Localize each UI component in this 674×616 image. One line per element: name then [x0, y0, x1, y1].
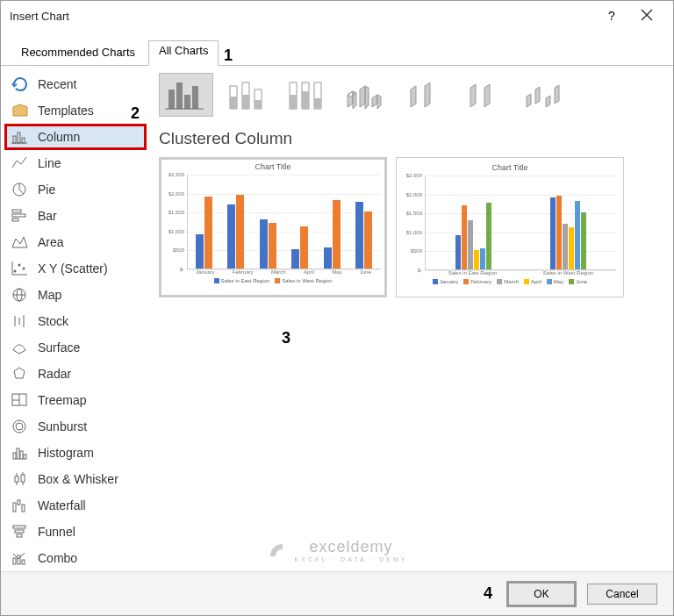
annotation-step-2: 2: [131, 104, 140, 123]
preview-title: Chart Title: [400, 163, 620, 172]
scatter-icon: [11, 261, 29, 276]
map-icon: [11, 287, 29, 303]
subtype-3d-100-stacked[interactable]: [457, 73, 512, 117]
sidebar-item-radar[interactable]: Radar: [4, 361, 147, 387]
svg-rect-38: [18, 500, 20, 505]
svg-rect-28: [17, 448, 19, 459]
sidebar-item-label: Surface: [38, 340, 80, 355]
subtype-3d-clustered[interactable]: [338, 73, 392, 117]
sidebar-item-label: Map: [38, 288, 61, 302]
svg-rect-3: [18, 133, 20, 143]
svg-point-10: [14, 270, 17, 273]
histogram-icon: [11, 445, 29, 461]
stock-icon: [11, 313, 29, 329]
svg-rect-34: [21, 475, 25, 482]
sidebar-item-label: Bar: [38, 209, 57, 223]
sidebar-item-recent[interactable]: Recent: [4, 71, 147, 97]
svg-rect-31: [15, 476, 18, 482]
column-icon: [11, 129, 29, 145]
svg-rect-37: [13, 503, 16, 512]
annotation-step-4: 4: [484, 584, 492, 603]
sidebar-item-column[interactable]: Column: [4, 124, 147, 150]
sidebar-item-label: Waterfall: [38, 498, 86, 512]
subtype-100-stacked-column[interactable]: [278, 73, 333, 117]
surface-icon: [11, 340, 29, 355]
svg-rect-29: [20, 451, 23, 459]
sidebar-item-pie[interactable]: Pie: [4, 176, 147, 203]
sidebar-item-templates[interactable]: Templates: [4, 97, 147, 124]
chart-previews: Chart Title $-$500$1,000$1,500$2,000$2,5…: [159, 157, 664, 297]
sidebar-item-histogram[interactable]: Histogram: [4, 440, 147, 466]
sidebar-item-line[interactable]: Line: [4, 150, 147, 176]
dialog-body: Recent Templates Column Line Pie Bar Are…: [1, 66, 673, 566]
chart-subtype-name: Clustered Column: [159, 129, 664, 148]
sidebar-item-area[interactable]: Area: [4, 229, 147, 255]
chart-area: $-$500$1,000$1,500$2,000$2,500: [187, 175, 380, 269]
watermark: exceldemyEXCEL · DATA · DEMY: [1, 538, 673, 562]
sunburst-icon: [11, 419, 29, 434]
tab-strip: Recommended Charts All Charts: [1, 36, 673, 66]
sidebar-item-boxwhisker[interactable]: Box & Whisker: [4, 466, 147, 492]
tab-recommended[interactable]: Recommended Charts: [8, 39, 148, 65]
cancel-button[interactable]: Cancel: [587, 584, 657, 605]
annotation-step-1: 1: [224, 47, 233, 65]
svg-rect-48: [184, 95, 190, 109]
svg-rect-40: [13, 526, 25, 528]
sidebar-item-label: Pie: [38, 183, 55, 197]
svg-rect-7: [12, 210, 21, 212]
svg-rect-8: [12, 214, 25, 217]
help-button[interactable]: ?: [594, 9, 629, 23]
subtype-3d-stacked[interactable]: [398, 73, 452, 117]
sidebar-item-scatter[interactable]: X Y (Scatter): [4, 255, 147, 282]
close-icon: [641, 9, 653, 21]
svg-rect-49: [192, 86, 198, 109]
sidebar-item-bar[interactable]: Bar: [4, 203, 147, 229]
sidebar-item-label: Box & Whisker: [38, 472, 118, 486]
svg-rect-47: [176, 82, 183, 109]
svg-rect-46: [168, 90, 175, 109]
chart-main-panel: Clustered Column Chart Title $-$500$1,00…: [150, 66, 673, 566]
svg-point-12: [23, 268, 25, 270]
line-icon: [11, 155, 29, 171]
sidebar-item-map[interactable]: Map: [4, 282, 147, 308]
ok-button[interactable]: OK: [506, 581, 577, 607]
sidebar-item-sunburst[interactable]: Sunburst: [4, 413, 147, 440]
svg-rect-58: [290, 95, 297, 109]
sidebar-item-stock[interactable]: Stock: [4, 308, 147, 334]
pie-icon: [11, 182, 29, 197]
sidebar-item-label: Funnel: [38, 525, 75, 539]
sidebar-item-surface[interactable]: Surface: [4, 334, 147, 361]
bar-icon: [11, 208, 29, 224]
chart-preview-1[interactable]: Chart Title $-$500$1,000$1,500$2,000$2,5…: [159, 157, 387, 297]
tab-all-charts[interactable]: All Charts: [148, 40, 219, 66]
waterfall-icon: [11, 498, 29, 513]
treemap-icon: [11, 392, 29, 408]
insert-chart-dialog: Insert Chart ? Recommended Charts All Ch…: [0, 0, 674, 616]
svg-point-25: [13, 420, 25, 433]
svg-rect-54: [242, 95, 249, 109]
svg-rect-56: [255, 100, 262, 109]
sidebar-item-treemap[interactable]: Treemap: [4, 387, 147, 413]
subtype-clustered-column[interactable]: [159, 73, 213, 117]
chart-type-sidebar: Recent Templates Column Line Pie Bar Are…: [1, 66, 150, 566]
chart-preview-2[interactable]: Chart Title $-$500$1,000$1,500$2,000$2,5…: [396, 157, 624, 297]
recent-icon: [11, 76, 29, 92]
titlebar: Insert Chart ?: [1, 1, 673, 31]
svg-point-11: [18, 264, 21, 267]
subtype-stacked-column[interactable]: [219, 73, 273, 117]
boxwhisker-icon: [11, 471, 29, 487]
svg-rect-4: [22, 138, 25, 143]
svg-rect-2: [13, 136, 16, 143]
sidebar-item-label: Histogram: [38, 446, 94, 460]
sidebar-item-waterfall[interactable]: Waterfall: [4, 492, 147, 519]
svg-rect-9: [12, 218, 18, 221]
close-button[interactable]: [629, 9, 664, 24]
watermark-icon: [267, 539, 290, 562]
sidebar-item-label: Line: [38, 156, 61, 170]
svg-rect-39: [22, 505, 25, 512]
svg-rect-60: [302, 91, 309, 109]
subtype-3d-column[interactable]: [517, 73, 571, 117]
area-icon: [11, 234, 29, 250]
svg-rect-42: [17, 534, 22, 537]
chart-area: $-$500$1,000$1,500$2,000$2,500: [425, 175, 616, 270]
